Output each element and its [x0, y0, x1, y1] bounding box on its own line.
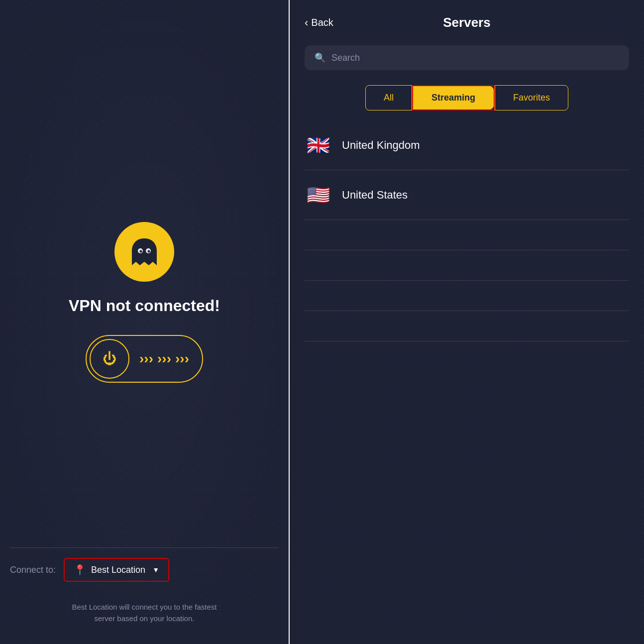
svg-point-5 — [148, 250, 150, 252]
server-list: 🇬🇧 United Kingdom 🇺🇸 United States — [290, 120, 644, 644]
empty-row-3 — [305, 281, 629, 311]
tab-all[interactable]: All — [365, 85, 412, 110]
uk-flag: 🇬🇧 — [305, 131, 332, 159]
tab-streaming[interactable]: Streaming — [413, 86, 494, 109]
search-icon: 🔍 — [315, 52, 325, 63]
servers-title: Servers — [443, 15, 490, 30]
arrow-3: ››› — [175, 351, 189, 367]
arrow-2: ››› — [157, 351, 171, 367]
location-pin-icon: 📍 — [74, 564, 86, 576]
svg-point-4 — [140, 250, 142, 252]
list-item[interactable]: 🇺🇸 United States — [305, 170, 629, 219]
empty-row-2 — [305, 250, 629, 280]
back-chevron-icon: ‹ — [305, 16, 308, 29]
streaming-tab-wrapper: Streaming — [412, 85, 495, 110]
us-flag: 🇺🇸 — [305, 181, 332, 209]
power-button[interactable]: ⏻ — [90, 339, 129, 379]
list-item[interactable]: 🇬🇧 United Kingdom — [305, 120, 629, 170]
empty-row-1 — [305, 220, 629, 250]
server-divider-6 — [305, 341, 629, 341]
uk-server-name: United Kingdom — [342, 139, 420, 152]
bottom-section: Connect to: 📍 Best Location ▼ Best Locat… — [0, 547, 289, 644]
best-location-button[interactable]: 📍 Best Location ▼ — [64, 558, 169, 582]
dropdown-arrow-icon: ▼ — [152, 566, 159, 574]
power-icon: ⏻ — [103, 350, 116, 367]
right-content: ‹ Back Servers 🔍 Search All Streaming Fa… — [290, 0, 644, 644]
ghost-icon — [127, 234, 162, 269]
search-bar[interactable]: 🔍 Search — [305, 45, 629, 70]
tab-favorites[interactable]: Favorites — [495, 85, 568, 110]
connect-toggle[interactable]: ⏻ ››› ››› ››› — [86, 335, 203, 383]
back-button[interactable]: ‹ Back — [305, 16, 333, 29]
search-placeholder: Search — [331, 53, 360, 63]
vpn-status-text: VPN not connected! — [69, 297, 220, 315]
arrow-1: ››› — [139, 351, 153, 367]
right-panel: ‹ Back Servers 🔍 Search All Streaming Fa… — [290, 0, 644, 644]
info-text: Best Location will connect you to the fa… — [10, 602, 279, 624]
empty-row-4 — [305, 311, 629, 341]
ghost-logo — [114, 222, 174, 282]
left-panel: VPN not connected! ⏻ ››› ››› ››› Connect… — [0, 0, 289, 644]
connect-label: Connect to: — [10, 565, 56, 575]
back-label: Back — [311, 17, 333, 28]
us-server-name: United States — [342, 189, 408, 202]
best-location-text: Best Location — [91, 565, 145, 575]
left-main-content: VPN not connected! ⏻ ››› ››› ››› — [0, 222, 289, 423]
arrows-area: ››› ››› ››› — [129, 339, 199, 379]
tabs-row: All Streaming Favorites — [305, 85, 629, 110]
right-header: ‹ Back Servers — [290, 0, 644, 35]
divider — [10, 547, 279, 548]
connect-row: Connect to: 📍 Best Location ▼ — [10, 558, 279, 582]
